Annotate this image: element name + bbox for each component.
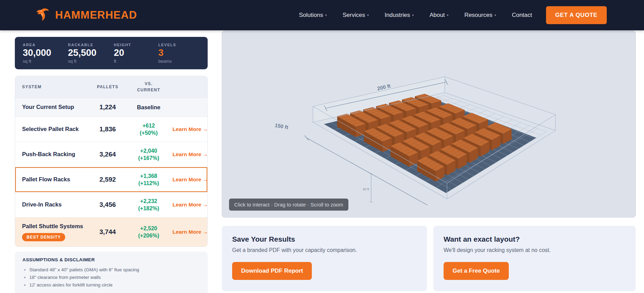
results-column: AREA30,000sq ftRACKABLE25,500sq ftHEIGHT…: [15, 37, 208, 293]
pallets-value: 2,592: [90, 176, 125, 183]
learn-more-link[interactable]: Learn More →: [172, 202, 208, 208]
system-name: Selective Pallet Rack: [22, 126, 79, 132]
table-row[interactable]: Pallet Shuttle SystemsBEST DENSITY3,744+…: [15, 217, 207, 246]
table-row[interactable]: Drive-In Racks3,456+2,232(+182%)Learn Mo…: [15, 192, 207, 217]
system-name: Pallet Flow Racks: [22, 176, 70, 182]
dimension-label-height: 20 ft: [363, 187, 369, 191]
assumptions-title: ASSUMPTIONS & DISCLAIMER: [22, 257, 200, 262]
nav-menu: Solutions▾Services▾Industries▾About▾Reso…: [299, 12, 532, 19]
vs-delta: +2,040: [125, 147, 172, 154]
dimension-line: [305, 135, 309, 140]
vs-baseline: Baseline: [137, 104, 160, 110]
chevron-down-icon: ▾: [325, 13, 327, 17]
vs-percent: (+112%): [125, 180, 172, 187]
brand-logo[interactable]: HAMMERHEAD: [34, 7, 137, 24]
nav-item-solutions[interactable]: Solutions▾: [299, 12, 327, 19]
exact-layout-title: Want an exact layout?: [444, 235, 625, 243]
stat-label: HEIGHT: [114, 43, 158, 47]
vs-delta: +2,520: [125, 225, 172, 232]
stat-rackable: RACKABLE25,500sq ft: [68, 43, 114, 64]
stat-value: 30,000: [23, 48, 68, 58]
stat-area: AREA30,000sq ft: [23, 43, 68, 64]
table-row[interactable]: Your Current Setup1,224Baseline: [15, 98, 207, 117]
save-results-title: Save Your Results: [232, 235, 417, 243]
stat-label: RACKABLE: [68, 43, 114, 47]
learn-more-link[interactable]: Learn More →: [172, 176, 208, 182]
nav-item-resources[interactable]: Resources▾: [464, 12, 496, 19]
pallets-value: 1,836: [90, 125, 125, 133]
vs-delta: +612: [125, 122, 172, 129]
chevron-down-icon: ▾: [447, 13, 449, 17]
best-density-badge: BEST DENSITY: [22, 233, 65, 241]
stat-unit: sq ft: [23, 59, 68, 64]
stat-unit: sq ft: [68, 59, 114, 64]
pallets-value: 3,744: [90, 228, 125, 236]
brand-name: HAMMERHEAD: [55, 9, 137, 21]
pallets-value: 3,456: [90, 201, 125, 209]
warehouse-3d-scene: 200 ft150 ft20 ft: [222, 31, 636, 218]
vs-percent: (+167%): [125, 154, 172, 162]
system-name: Your Current Setup: [22, 104, 74, 110]
stat-unit: ft: [114, 59, 158, 64]
stat-value: 3: [158, 48, 208, 58]
exact-layout-card: Want an exact layout? We'll design your …: [433, 226, 636, 291]
assumptions-panel: ASSUMPTIONS & DISCLAIMER Standard 48" x …: [15, 252, 208, 293]
visualization-column: 200 ft150 ft20 ft Click to interact · Dr…: [222, 31, 636, 291]
stat-value: 20: [114, 48, 158, 58]
chevron-down-icon: ▾: [412, 13, 414, 17]
nav-item-contact[interactable]: Contact: [512, 12, 532, 19]
viewport-hint-tooltip: Click to interact · Drag to rotate · Scr…: [229, 199, 348, 211]
learn-more-link[interactable]: Learn More →: [172, 229, 208, 235]
vs-delta: +1,368: [125, 172, 172, 180]
col-header-vs-current: VS. CURRENT: [125, 81, 172, 93]
assumption-bullet: 12' access aisles for forklift turning c…: [29, 282, 200, 289]
system-name: Pallet Shuttle Systems: [22, 223, 83, 229]
system-name: Push-Back Racking: [22, 151, 75, 157]
table-row[interactable]: Pallet Flow Racks2,592+1,368(+112%)Learn…: [15, 167, 207, 192]
navbar: HAMMERHEAD Solutions▾Services▾Industries…: [0, 0, 644, 30]
comparison-table: SYSTEM PALLETS VS. CURRENT Your Current …: [15, 76, 208, 247]
col-header-pallets: PALLETS: [90, 84, 125, 89]
vs-percent: (+50%): [125, 129, 172, 137]
dimension-label-depth: 150 ft: [274, 122, 289, 130]
vs-delta: +2,232: [125, 198, 172, 205]
pallets-value: 1,224: [90, 103, 125, 111]
cta-cards-row: Save Your Results Get a branded PDF with…: [222, 226, 636, 291]
nav-item-about[interactable]: About▾: [429, 12, 448, 19]
table-header-row: SYSTEM PALLETS VS. CURRENT: [15, 76, 207, 98]
nav-item-industries[interactable]: Industries▾: [385, 12, 414, 19]
stat-unit: beams: [158, 59, 208, 64]
pallets-value: 3,264: [90, 151, 125, 158]
vs-percent: (+206%): [125, 232, 172, 239]
save-results-subtitle: Get a branded PDF with your capacity com…: [232, 247, 417, 253]
learn-more-link[interactable]: Learn More →: [172, 151, 208, 157]
stat-height: HEIGHT20ft: [114, 43, 158, 64]
stat-value: 25,500: [68, 48, 114, 58]
warehouse-3d-viewport[interactable]: 200 ft150 ft20 ft Click to interact · Dr…: [222, 31, 636, 218]
table-row[interactable]: Push-Back Racking3,264+2,040(+167%)Learn…: [15, 142, 207, 167]
assumption-bullet: 18" clearance from perimeter walls: [29, 274, 200, 281]
learn-more-link[interactable]: Learn More →: [172, 126, 208, 132]
col-header-system: SYSTEM: [22, 84, 90, 89]
system-name: Drive-In Racks: [22, 201, 62, 208]
vs-percent: (+182%): [125, 205, 172, 212]
chevron-down-icon: ▾: [494, 13, 496, 17]
hammerhead-shark-icon: [34, 7, 50, 24]
assumption-bullet: Standard 48" x 40" pallets (GMA) with 6"…: [29, 266, 200, 273]
save-results-card: Save Your Results Get a branded PDF with…: [222, 226, 427, 291]
chevron-down-icon: ▾: [367, 13, 369, 17]
stat-label: AREA: [23, 43, 68, 47]
free-quote-button[interactable]: Get a Free Quote: [444, 262, 509, 280]
download-pdf-button[interactable]: Download PDF Report: [232, 262, 312, 280]
nav-item-services[interactable]: Services▾: [343, 12, 369, 19]
stat-levels: LEVELS3beams: [158, 43, 208, 64]
input-summary-bar: AREA30,000sq ftRACKABLE25,500sq ftHEIGHT…: [15, 37, 208, 69]
exact-layout-subtitle: We'll design your racking system at no c…: [444, 247, 625, 253]
stat-label: LEVELS: [158, 43, 208, 47]
table-row[interactable]: Selective Pallet Rack1,836+612(+50%)Lear…: [15, 117, 207, 142]
get-a-quote-button[interactable]: GET A QUOTE: [546, 6, 607, 24]
